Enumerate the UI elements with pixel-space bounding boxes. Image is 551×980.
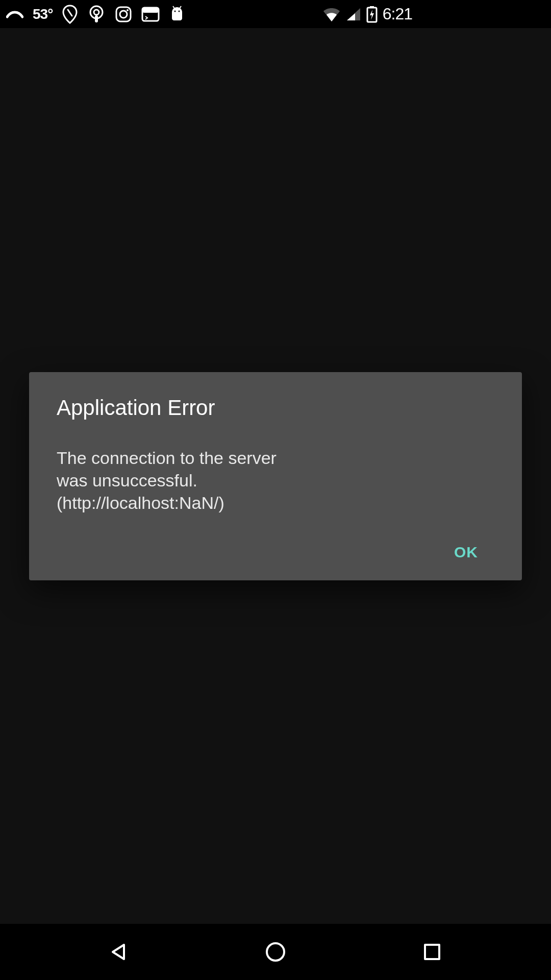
svg-rect-13	[370, 6, 374, 8]
svg-point-11	[179, 10, 180, 12]
wifi-icon	[322, 7, 341, 21]
temperature-label: 53°	[33, 6, 53, 22]
svg-point-4	[120, 11, 127, 18]
svg-rect-3	[116, 7, 131, 21]
podcast-icon	[87, 5, 106, 23]
svg-rect-7	[142, 8, 159, 13]
status-bar-right: 6:21	[322, 5, 412, 23]
location-icon	[62, 5, 78, 24]
svg-rect-2	[95, 15, 98, 22]
curve-icon	[6, 10, 23, 19]
svg-point-1	[94, 10, 99, 15]
dialog-actions: OK	[57, 538, 418, 566]
svg-point-5	[127, 9, 129, 11]
status-bar-left: 53°	[6, 5, 185, 24]
status-bar: 53° 6:21	[0, 0, 418, 28]
app-background: Application Error The connection to the …	[0, 28, 418, 743]
cell-signal-icon	[346, 7, 361, 21]
clock-label: 6:21	[383, 5, 412, 23]
dialog-title: Application Error	[57, 396, 418, 420]
terminal-icon	[141, 7, 160, 22]
battery-charging-icon	[366, 6, 378, 23]
dialog-message: The connection to the server was unsucce…	[57, 447, 302, 514]
error-dialog: Application Error The connection to the …	[29, 372, 418, 580]
android-icon	[169, 5, 185, 23]
svg-point-10	[174, 10, 176, 12]
instagram-icon	[115, 6, 132, 23]
